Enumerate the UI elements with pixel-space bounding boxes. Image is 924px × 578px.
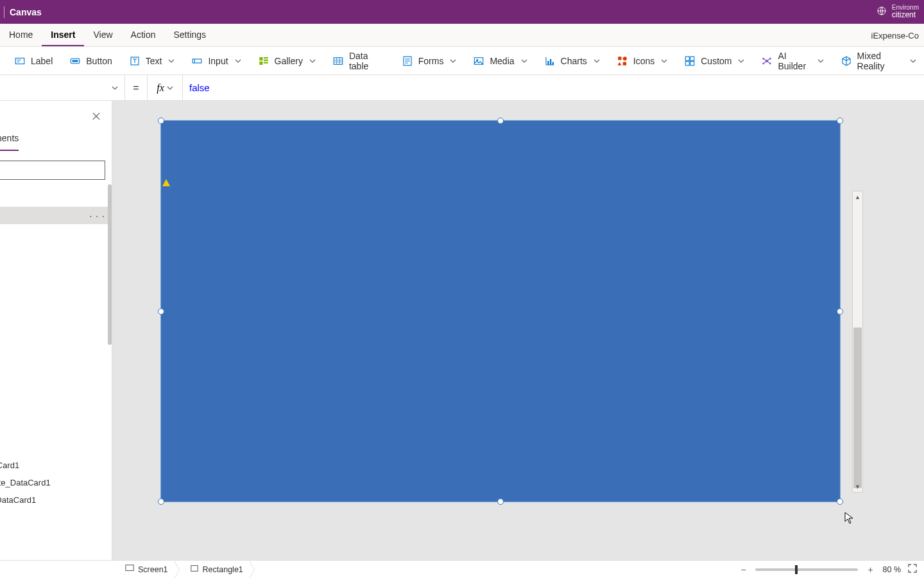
tree-node[interactable]: ngle6 <box>0 311 112 328</box>
title-bar: Canvas Environm citizent <box>0 0 924 24</box>
insert-mixedreality-button[interactable]: Mixed Reality <box>833 47 924 75</box>
svg-rect-18 <box>618 57 621 60</box>
insert-input-button[interactable]: Input <box>184 51 248 71</box>
forms-icon <box>402 55 413 67</box>
chevron-down-icon <box>521 56 527 66</box>
svg-rect-16 <box>550 59 551 65</box>
svg-point-28 <box>763 62 765 64</box>
canvas-inner-scrollbar[interactable]: ▲ ▼ <box>852 191 863 493</box>
tree-node[interactable]: ceipt Date_DataCard1 <box>0 474 112 491</box>
chevron-down-icon <box>309 56 316 66</box>
svg-rect-8 <box>264 57 268 58</box>
chevron-down-icon <box>738 56 744 66</box>
zoom-out-button[interactable]: − <box>737 565 749 575</box>
chevron-down-icon <box>450 56 456 66</box>
scroll-track[interactable] <box>853 202 862 481</box>
insert-label-button[interactable]: Label <box>6 51 60 71</box>
close-panel-button[interactable] <box>90 110 103 123</box>
tree-scrollbar[interactable] <box>108 184 112 560</box>
tree-node[interactable]: ngle1 · · · <box>0 207 112 224</box>
tab-home[interactable]: Home <box>0 24 42 46</box>
breadcrumb-control[interactable]: Rectangle1 <box>184 561 250 578</box>
tree-view-panel: omponents ngle1 · · · out1 3 box1 own1 0… <box>0 101 112 560</box>
insert-datatable-text: Data table <box>349 51 385 71</box>
equals-label: = <box>125 75 148 100</box>
formula-bar: = fx false <box>0 75 924 101</box>
tab-action[interactable]: Action <box>122 24 165 46</box>
svg-point-27 <box>769 57 771 59</box>
insert-forms-button[interactable]: Forms <box>394 51 465 71</box>
main-area: omponents ngle1 · · · out1 3 box1 own1 0… <box>0 101 924 560</box>
label-icon <box>14 55 26 67</box>
zoom-in-button[interactable]: + <box>864 565 876 575</box>
svg-rect-31 <box>191 566 198 572</box>
mouse-cursor-icon <box>844 512 853 525</box>
fx-label: fx <box>157 82 164 94</box>
selected-rectangle[interactable] <box>160 120 841 502</box>
scroll-thumb[interactable] <box>853 328 862 488</box>
icons-icon <box>617 55 628 67</box>
tree-node[interactable]: le_DataCard1 <box>0 457 112 474</box>
fullscreen-button[interactable] <box>907 563 918 575</box>
insert-charts-text: Charts <box>561 56 587 66</box>
chevron-down-icon <box>112 82 118 94</box>
tree-scrollbar-thumb[interactable] <box>108 184 112 345</box>
fx-button[interactable]: fx <box>148 75 183 100</box>
formula-input[interactable]: false <box>183 75 924 100</box>
tree-search-input[interactable] <box>0 161 105 180</box>
scroll-up-arrow[interactable]: ▲ <box>853 191 862 202</box>
insert-icons-button[interactable]: Icons <box>609 51 675 71</box>
svg-point-19 <box>623 57 627 60</box>
scroll-down-arrow[interactable]: ▼ <box>853 481 862 492</box>
tree-node-label: le_DataCard1 <box>0 460 19 470</box>
breadcrumb-screen-label: Screen1 <box>138 565 168 574</box>
insert-button-button[interactable]: Button <box>62 51 119 71</box>
tab-settings[interactable]: Settings <box>165 24 216 46</box>
environment-value: citizent <box>892 11 916 19</box>
insert-input-text: Input <box>208 56 228 66</box>
insert-text-button[interactable]: Text <box>121 51 183 71</box>
environment-indicator[interactable]: Environm citizent <box>877 0 919 24</box>
environment-label: Environm <box>892 4 919 11</box>
zoom-slider-knob[interactable] <box>795 565 798 574</box>
canvas-area[interactable]: ▲ ▼ <box>112 101 924 560</box>
breadcrumb-control-label: Rectangle1 <box>203 565 243 574</box>
svg-rect-30 <box>126 565 133 571</box>
zoom-slider[interactable] <box>755 568 858 571</box>
svg-rect-17 <box>552 62 553 65</box>
svg-rect-7 <box>259 61 262 64</box>
insert-button-text: Button <box>86 56 112 66</box>
tab-insert[interactable]: Insert <box>42 24 84 46</box>
ai-builder-icon <box>761 55 773 67</box>
tree-node[interactable]: box1 <box>0 259 112 276</box>
zoom-controls: − + 80 % <box>737 561 918 578</box>
tree-node-more-button[interactable]: · · · <box>90 211 105 221</box>
property-dropdown[interactable] <box>0 75 125 100</box>
insert-custom-button[interactable]: Custom <box>676 51 752 71</box>
tree-node[interactable]: own1 <box>0 276 112 293</box>
svg-rect-1 <box>15 58 24 64</box>
insert-gallery-button[interactable]: Gallery <box>250 51 323 71</box>
menu-bar: Home Insert View Action Settings iExpens… <box>0 24 924 47</box>
tree-node[interactable]: mount_DataCard1 <box>0 491 112 509</box>
app-file-name[interactable]: iExpense-Co <box>871 24 919 47</box>
svg-rect-6 <box>259 57 262 60</box>
insert-aibuilder-button[interactable]: AI Builder <box>753 47 831 75</box>
tree-node[interactable]: 3 <box>0 241 112 259</box>
chevron-down-icon <box>594 56 600 66</box>
insert-media-text: Media <box>490 56 514 66</box>
insert-label-text: Label <box>31 56 53 66</box>
text-icon <box>129 55 141 67</box>
insert-media-button[interactable]: Media <box>465 51 535 71</box>
tree-node[interactable]: out1 <box>0 224 112 241</box>
tab-view[interactable]: View <box>84 24 121 46</box>
warning-icon[interactable] <box>162 179 170 186</box>
svg-rect-21 <box>685 57 689 60</box>
tree-node[interactable]: 0 <box>0 293 112 311</box>
breadcrumb-screen[interactable]: Screen1 <box>119 561 175 578</box>
insert-charts-button[interactable]: Charts <box>536 51 608 71</box>
insert-datatable-button[interactable]: Data table <box>325 47 393 75</box>
panel-tab-components[interactable]: omponents <box>0 129 19 151</box>
chevron-down-icon <box>167 82 173 94</box>
chevron-down-icon <box>661 56 667 66</box>
